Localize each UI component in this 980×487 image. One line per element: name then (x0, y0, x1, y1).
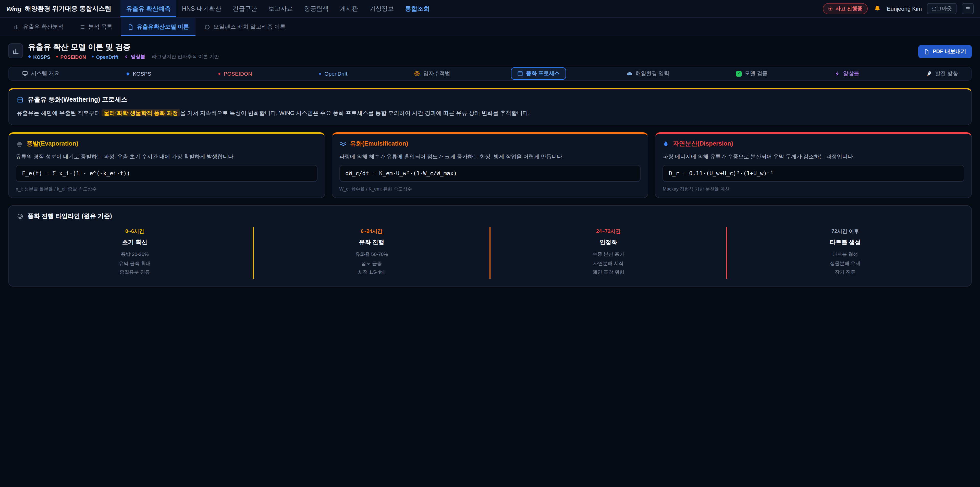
weathering-timeline-panel: 풍화 진행 타임라인 (원유 기준) 0~6시간 초기 확산 증발 20-30%… (8, 206, 972, 287)
stage-time: 6~24시간 (259, 228, 484, 235)
tab-spill-analysis[interactable]: 유출유 확산분석 (7, 18, 70, 36)
stage-item: 점도 급증 (259, 259, 484, 268)
card-emulsification: 유화(Emulsification) 파랑에 의해 해수가 유류에 혼입되어 점… (331, 132, 648, 198)
dot-icon: ● (92, 55, 94, 59)
stage-title: 유화 진행 (259, 239, 484, 246)
badge-opendrift: ● OpenDrift (92, 54, 118, 59)
timeline-title-row: 풍화 진행 타임라인 (원유 기준) (17, 212, 963, 221)
formula-box: dW_c/dt = K_em·U_w²·(1-W_c/W_max) (339, 165, 641, 182)
desc-text: 유출유는 해면에 유출된 직후부터 (17, 110, 102, 116)
bolt-icon (834, 71, 840, 77)
badge-ensemble: 앙상블 (124, 53, 145, 60)
tab-label: 오일펜스 배치 알고리즘 이론 (213, 23, 285, 30)
badge-label: POSEIDON (60, 54, 86, 59)
section-tab-poseidon[interactable]: ● POSEIDON (212, 68, 258, 79)
vapor-cloud-icon (16, 140, 23, 147)
stage-time: 0~6시간 (22, 228, 248, 235)
check-icon: ✓ (736, 71, 741, 77)
desc-highlight: 물리·화학·생물학적 풍화 과정 (102, 109, 180, 116)
card-title-row: 증발(Evaporation) (16, 139, 317, 148)
nav-item-integrated-search[interactable]: 통합조회 (400, 0, 435, 18)
formula-note: x_i: 성분별 몰분율 / k_ei: 증발 속도상수 (16, 186, 317, 193)
logout-button[interactable]: 로그아웃 (927, 3, 956, 14)
stage-item: 체적 1.5-4배 (259, 268, 484, 277)
weathering-process-cards: 증발(Evaporation) 유류의 경질 성분이 대기로 증발하는 과정. … (8, 132, 972, 198)
section-tab-label: POSEIDON (224, 70, 252, 77)
main-nav: 유출유 확산예측 HNS·대기확산 긴급구난 보고자료 항공탐색 게시판 기상정… (121, 0, 435, 18)
nav-item-aerial-search[interactable]: 항공탐색 (299, 0, 334, 18)
section-tab-future-direction[interactable]: 발전 방향 (920, 67, 964, 80)
brand[interactable]: Wing 해양환경 위기대응 통합시스템 (6, 0, 118, 18)
user-name: Eunjeong Kim (887, 6, 922, 12)
tab-label: 분석 목록 (88, 23, 112, 30)
app-title: 해양환경 위기대응 통합시스템 (25, 4, 111, 13)
stage-title: 타르볼 생성 (732, 239, 958, 246)
nav-item-emergency-rescue[interactable]: 긴급구난 (227, 0, 263, 18)
stage-item: 유막 급속 확대 (22, 259, 248, 268)
nav-item-board[interactable]: 게시판 (334, 0, 364, 18)
section-tab-label: 풍화 프로세스 (526, 70, 560, 77)
model-badges: ◆ KOSPS ● POSEIDON ● OpenDrift (28, 53, 219, 60)
tab-oil-fence-algorithm-theory[interactable]: 오일펜스 배치 알고리즘 이론 (197, 18, 292, 36)
timeline-stage-0-6h: 0~6시간 초기 확산 증발 20-30% 유막 급속 확대 중질유분 잔류 (17, 227, 253, 279)
badge-label: OpenDrift (96, 54, 119, 59)
diamond-icon: ◆ (28, 55, 31, 59)
calendar-grid-icon (517, 70, 523, 77)
page-title: 유출유 확산 모델 이론 및 검증 (28, 43, 219, 51)
section-tab-label: KOSPS (133, 70, 151, 77)
stage-item: 중질유분 잔류 (22, 268, 248, 277)
card-description: 파랑에 의해 해수가 유류에 혼입되어 점도가 크게 증가하는 현상. 방제 작… (339, 152, 641, 161)
desc-text: 을 거쳐 지속적으로 특성이 변화합니다. WING 시스템은 주요 풍화 프로… (180, 110, 530, 116)
incident-badge-label: 사고 진행중 (835, 5, 862, 12)
stage-item: 해안 표착 위험 (496, 268, 721, 277)
tab-label: 유출유확산모델 이론 (137, 23, 189, 30)
tab-diffusion-model-theory[interactable]: 유출유확산모델 이론 (121, 18, 196, 36)
chart-icon (14, 24, 20, 30)
section-tab-weathering-process[interactable]: 풍화 프로세스 (511, 67, 566, 80)
badge-label: 앙상블 (130, 53, 145, 60)
weathering-description: 유출유는 해면에 유출된 직후부터 물리·화학·생물학적 풍화 과정을 거쳐 지… (17, 109, 963, 118)
model-chart-icon (12, 47, 19, 54)
section-tab-opendrift[interactable]: ● OpenDrift (313, 68, 353, 79)
document-icon (127, 24, 134, 30)
cyclone-icon (17, 213, 24, 220)
page-content: 유출유 확산 모델 이론 및 검증 ◆ KOSPS ● POSEIDON ● O… (0, 36, 980, 287)
nav-item-oil-spill-prediction[interactable]: 유출유 확산예측 (121, 0, 177, 18)
pdf-export-button[interactable]: PDF 내보내기 (918, 45, 972, 58)
incident-status-badge[interactable]: 사고 진행중 (822, 3, 867, 14)
wing-logo-icon: Wing (6, 5, 21, 13)
section-tab-model-validation[interactable]: ✓ 모델 검증 (730, 67, 774, 80)
rocket-icon (926, 70, 932, 77)
section-tab-particle-tracking[interactable]: 입자추적법 (408, 67, 456, 80)
calendar-grid-icon (17, 96, 24, 103)
tab-analysis-list[interactable]: 분석 목록 (73, 18, 119, 36)
section-tab-ensemble[interactable]: 앙상블 (828, 67, 865, 80)
page-header-text: 유출유 확산 모델 이론 및 검증 ◆ KOSPS ● POSEIDON ● O… (28, 43, 219, 60)
dot-icon: ● (319, 72, 321, 76)
section-tab-label: OpenDrift (325, 70, 347, 77)
card-title: 자연분산(Dispersion) (673, 139, 733, 148)
section-tab-label: 시스템 개요 (31, 70, 59, 77)
nav-item-reports[interactable]: 보고자료 (263, 0, 299, 18)
notification-bell-button[interactable] (873, 4, 882, 13)
stage-item: 수중 분산 증가 (496, 250, 721, 259)
hamburger-icon (965, 6, 970, 12)
nav-item-hns-air-diffusion[interactable]: HNS·대기확산 (177, 0, 227, 18)
section-tab-label: 입자추적법 (423, 70, 450, 77)
app-root: Wing 해양환경 위기대응 통합시스템 유출유 확산예측 HNS·대기확산 긴… (0, 0, 980, 487)
section-tab-system-overview[interactable]: 시스템 개요 (16, 67, 65, 80)
section-tab-label: 해양환경 입력 (636, 70, 670, 77)
timeline-stage-24-72h: 24~72시간 안정화 수중 분산 증가 자연분해 시작 해안 표착 위험 (490, 227, 726, 279)
ring-icon (204, 24, 210, 30)
hamburger-menu-button[interactable] (962, 3, 974, 14)
stage-time: 24~72시간 (496, 228, 721, 235)
section-tab-ocean-env-input[interactable]: 해양환경 입력 (620, 67, 676, 80)
section-tab-label: 모델 검증 (745, 70, 768, 77)
diamond-icon: ◆ (126, 71, 130, 76)
card-title-row: 자연분산(Dispersion) (663, 139, 964, 148)
badge-label: KOSPS (33, 54, 50, 59)
nav-item-weather-info[interactable]: 기상정보 (364, 0, 400, 18)
formula-note: Mackay 경험식 기반 분산율 계산 (663, 186, 964, 193)
section-tab-kosps[interactable]: ◆ KOSPS (120, 68, 157, 79)
formula-box: D_r = 0.11·(U_w+U_c)²·(1+U_w)⁻¹ (663, 165, 964, 182)
